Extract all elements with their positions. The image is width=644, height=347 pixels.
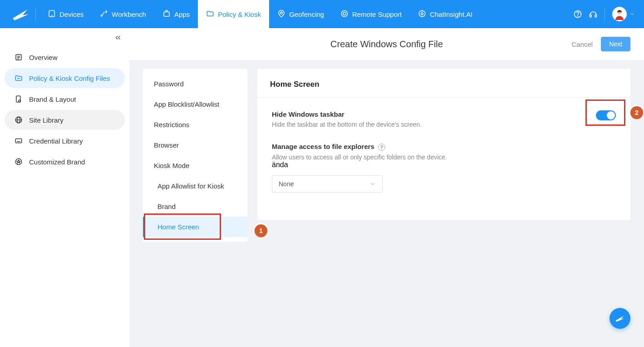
tools-icon bbox=[100, 10, 108, 19]
svg-point-11 bbox=[578, 16, 578, 16]
nav-label: Workbench bbox=[112, 10, 146, 18]
nav-label: Policy & Kiosk bbox=[218, 10, 261, 18]
bag-icon bbox=[162, 10, 171, 19]
panel-title: Home Screen bbox=[270, 80, 618, 89]
svg-point-7 bbox=[421, 12, 423, 15]
location-icon bbox=[277, 10, 285, 19]
setting-title-text: Manage access to file explorers bbox=[272, 143, 374, 150]
config-nav-app-blocklist[interactable]: App Blocklist/Allowlist bbox=[143, 94, 247, 114]
divider bbox=[35, 7, 36, 21]
nav-devices[interactable]: Devices bbox=[39, 0, 92, 28]
headset-icon bbox=[589, 10, 598, 19]
nav-policy-kiosk[interactable]: Policy & Kiosk bbox=[198, 0, 269, 28]
svg-rect-13 bbox=[595, 15, 596, 17]
setting-file-explorer-access: Manage access to file explorers ? Allow … bbox=[272, 143, 616, 193]
ai-icon bbox=[418, 10, 426, 19]
top-navigation: Devices Workbench Apps Policy & Kiosk Ge… bbox=[0, 0, 644, 28]
folder-config-icon bbox=[15, 74, 23, 82]
page-title: Create Windows Config File bbox=[330, 39, 443, 50]
chevron-down-icon bbox=[369, 181, 376, 187]
nav-label: Geofencing bbox=[289, 10, 324, 18]
nav-label: Apps bbox=[174, 10, 190, 18]
avatar bbox=[612, 7, 627, 21]
svg-rect-2 bbox=[164, 12, 169, 16]
setting-title: Hide Windows taskbar bbox=[272, 110, 422, 118]
nav-workbench[interactable]: Workbench bbox=[92, 0, 154, 28]
nav-geofencing[interactable]: Geofencing bbox=[269, 0, 332, 28]
chevron-down-icon bbox=[629, 11, 635, 17]
page-header: Create Windows Config File Cancel Next bbox=[129, 28, 644, 60]
floating-action-button[interactable] bbox=[610, 308, 630, 329]
sidebar: Overview Policy & Kiosk Config Files Bra… bbox=[0, 28, 129, 347]
nav-label: Devices bbox=[59, 10, 84, 18]
sidebar-item-label: Policy & Kiosk Config Files bbox=[29, 74, 110, 82]
config-nav-browser[interactable]: Browser bbox=[143, 135, 247, 155]
star-circle-icon bbox=[15, 158, 23, 166]
svg-rect-26 bbox=[15, 139, 22, 143]
logo[interactable] bbox=[9, 5, 32, 23]
cancel-button[interactable]: Cancel bbox=[572, 40, 593, 48]
sidebar-item-label: Customized Brand bbox=[29, 158, 85, 166]
list-icon bbox=[15, 53, 23, 61]
device-icon bbox=[48, 10, 56, 19]
select-value: None bbox=[279, 180, 294, 188]
config-nav-app-allowlist-kiosk[interactable]: App Allowlist for Kiosk bbox=[143, 176, 247, 196]
user-menu[interactable] bbox=[612, 7, 635, 21]
setting-title: Manage access to file explorers ? bbox=[272, 143, 616, 151]
sidebar-item-label: Credential Library bbox=[29, 137, 83, 145]
annotation-callout-1: 1 bbox=[255, 224, 267, 237]
sidebar-collapse-button[interactable] bbox=[114, 34, 122, 44]
nav-label: Remote Support bbox=[352, 10, 402, 18]
sidebar-item-policy-kiosk-config[interactable]: Policy & Kiosk Config Files bbox=[5, 68, 125, 88]
svg-point-4 bbox=[341, 10, 348, 17]
svg-rect-21 bbox=[16, 96, 20, 102]
sidebar-item-brand-layout[interactable]: Brand & Layout bbox=[5, 89, 125, 109]
nav-apps[interactable]: Apps bbox=[154, 0, 198, 28]
setting-description: Allow users to access all or only specif… bbox=[272, 154, 616, 161]
chevron-double-left-icon bbox=[114, 34, 122, 42]
sidebar-item-customized-brand[interactable]: Customized Brand bbox=[5, 152, 125, 172]
config-nav-brand[interactable]: Brand bbox=[143, 196, 247, 217]
config-nav-kiosk-mode[interactable]: Kiosk Mode bbox=[143, 155, 247, 176]
folder-icon bbox=[206, 10, 214, 19]
setting-hide-taskbar: Hide Windows taskbar Hide the taskbar at… bbox=[272, 110, 616, 128]
file-explorer-access-select[interactable]: None bbox=[272, 175, 383, 193]
sidebar-item-label: Overview bbox=[29, 54, 58, 61]
nav-remote-support[interactable]: Remote Support bbox=[332, 0, 410, 28]
sidebar-item-overview[interactable]: Overview bbox=[5, 47, 125, 67]
config-panel: Home Screen Hide Windows taskbar Hide th… bbox=[257, 69, 630, 220]
setting-description: Hide the taskbar at the bottom of the de… bbox=[272, 121, 422, 128]
globe-icon bbox=[15, 116, 23, 124]
nav-label: ChatInsight.AI bbox=[430, 10, 472, 18]
svg-point-3 bbox=[280, 12, 283, 14]
divider bbox=[605, 7, 605, 21]
info-icon[interactable]: ? bbox=[378, 144, 385, 151]
notifications-button[interactable] bbox=[585, 6, 601, 22]
sidebar-item-site-library[interactable]: Site Library bbox=[5, 110, 125, 130]
support-icon bbox=[340, 10, 349, 19]
help-icon bbox=[573, 10, 582, 19]
svg-point-5 bbox=[343, 12, 346, 15]
hide-taskbar-toggle[interactable] bbox=[596, 110, 616, 120]
config-nav-label: Home Screen bbox=[157, 223, 199, 231]
svg-point-22 bbox=[19, 100, 21, 102]
main-content: Create Windows Config File Cancel Next P… bbox=[129, 28, 644, 347]
sidebar-item-credential-library[interactable]: Credential Library bbox=[5, 131, 125, 151]
help-button[interactable] bbox=[570, 6, 585, 22]
svg-rect-12 bbox=[590, 15, 591, 17]
config-nav: Password App Blocklist/Allowlist Restric… bbox=[143, 69, 247, 242]
config-nav-home-screen[interactable]: Home Screen bbox=[143, 217, 247, 237]
sidebar-item-label: Site Library bbox=[29, 116, 64, 124]
send-icon bbox=[615, 313, 625, 324]
panel-header: Home Screen bbox=[257, 69, 630, 98]
config-nav-restrictions[interactable]: Restrictions bbox=[143, 114, 247, 135]
device-custom-icon bbox=[15, 95, 23, 103]
credential-icon bbox=[15, 137, 23, 145]
next-button[interactable]: Next bbox=[601, 37, 630, 51]
config-nav-password[interactable]: Password bbox=[143, 74, 247, 94]
sidebar-item-label: Brand & Layout bbox=[29, 95, 76, 103]
annotation-callout-2: 2 bbox=[630, 106, 643, 119]
nav-chatinsight[interactable]: ChatInsight.AI bbox=[410, 0, 481, 28]
